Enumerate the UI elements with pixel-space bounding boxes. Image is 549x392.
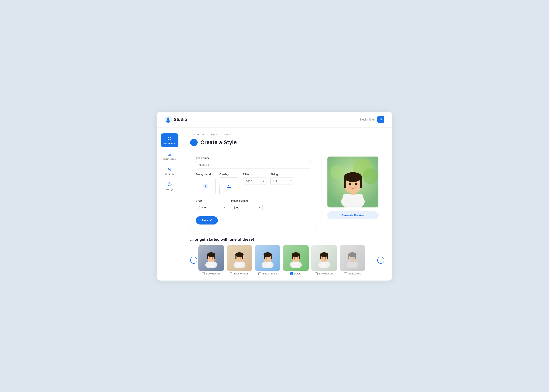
svg-rect-3 bbox=[168, 137, 169, 138]
svg-rect-17 bbox=[343, 194, 363, 205]
preset-label-4: Blue Gradient bbox=[319, 272, 333, 275]
svg-point-33 bbox=[212, 257, 213, 258]
svg-rect-30 bbox=[207, 254, 208, 259]
sidebar-item-label: Submissions bbox=[163, 158, 176, 160]
svg-rect-39 bbox=[235, 254, 236, 259]
svg-point-74 bbox=[348, 252, 356, 257]
settings-icon bbox=[167, 182, 172, 187]
filter-select[interactable]: none warm cool vintage bbox=[243, 177, 266, 185]
svg-point-42 bbox=[240, 257, 241, 258]
header: Studio Studio: Nike JE bbox=[157, 112, 392, 127]
svg-point-50 bbox=[266, 257, 267, 258]
preset-label-row-4: Blue Gradient bbox=[315, 272, 333, 275]
logo-icon bbox=[165, 116, 172, 123]
crop-select[interactable]: Circle Square Rectangle None bbox=[196, 204, 227, 211]
preset-label-1: Beige Gradient bbox=[234, 272, 249, 275]
sizing-label: Sizing bbox=[270, 173, 294, 176]
presets-section: ... or get started with one of these! ← bbox=[190, 237, 384, 275]
breadcrumb-separator: / bbox=[207, 133, 208, 136]
svg-point-10 bbox=[169, 184, 170, 185]
svg-rect-48 bbox=[264, 254, 265, 259]
sidebar-item-label: Dashboard bbox=[164, 142, 175, 145]
presets-row: ← bbox=[190, 245, 384, 275]
sizing-select-wrap: 1:1 4:3 16:9 3:4 ▼ bbox=[270, 177, 294, 185]
form-card: Style Name Background bbox=[190, 151, 317, 230]
svg-rect-31 bbox=[214, 254, 215, 259]
studio-label: Studio: Nike bbox=[360, 118, 375, 121]
sidebar-item-dashboard[interactable]: Dashboard bbox=[161, 133, 178, 147]
background-upload-box[interactable] bbox=[196, 177, 215, 195]
preset-item-3: Nature bbox=[283, 245, 309, 275]
generate-button-label: Generate Preview bbox=[341, 214, 364, 217]
image-format-select-wrap: jpeg png webp ▼ bbox=[231, 204, 263, 211]
svg-rect-66 bbox=[320, 254, 321, 259]
preset-checkbox-4[interactable] bbox=[315, 272, 318, 275]
preset-checkbox-1[interactable] bbox=[230, 272, 232, 275]
preset-label-2: Blue Gradient bbox=[262, 272, 277, 275]
form-row-bg-overlay: Background Overlay bbox=[196, 173, 311, 195]
preset-checkbox-2[interactable] bbox=[258, 272, 261, 275]
svg-rect-40 bbox=[242, 254, 243, 259]
generate-preview-button[interactable]: Generate Preview bbox=[327, 211, 379, 219]
preset-label-0: Blue Gradient bbox=[206, 272, 220, 275]
sidebar-item-label: Contacts bbox=[165, 173, 174, 175]
svg-point-51 bbox=[268, 257, 270, 258]
sizing-field: Sizing 1:1 4:3 16:9 3:4 ▼ bbox=[270, 173, 294, 195]
overlay-upload-box[interactable] bbox=[219, 177, 239, 195]
image-format-field: Image Format jpeg png webp ▼ bbox=[231, 199, 263, 211]
svg-rect-4 bbox=[170, 137, 171, 138]
preset-checkbox-5[interactable] bbox=[344, 272, 347, 275]
sidebar-item-contacts[interactable]: Contacts bbox=[161, 164, 178, 178]
svg-rect-58 bbox=[299, 254, 300, 259]
breadcrumb-item-create[interactable]: Create bbox=[224, 133, 232, 136]
presets-prev-button[interactable]: ← bbox=[190, 257, 197, 264]
filter-select-wrap: none warm cool vintage ▼ bbox=[243, 177, 266, 185]
background-label: Background bbox=[196, 173, 215, 176]
presets-next-button[interactable]: → bbox=[377, 257, 384, 264]
image-format-select[interactable]: jpeg png webp bbox=[231, 204, 263, 211]
sidebar-item-settings[interactable]: Settings bbox=[161, 179, 178, 193]
preset-label-row-2: Blue Gradient bbox=[258, 272, 277, 275]
preset-thumb-4 bbox=[311, 245, 337, 271]
preset-checkbox-3[interactable] bbox=[290, 272, 293, 275]
svg-rect-35 bbox=[236, 261, 242, 267]
page-title-row: Create a Style bbox=[190, 139, 384, 146]
crop-select-wrap: Circle Square Rectangle None ▼ bbox=[196, 204, 227, 211]
svg-rect-44 bbox=[265, 261, 271, 267]
svg-rect-57 bbox=[292, 254, 293, 259]
svg-point-14 bbox=[363, 168, 378, 184]
breadcrumb-item-styles[interactable]: Styles bbox=[211, 133, 217, 136]
svg-point-77 bbox=[350, 257, 352, 258]
dashboard-icon bbox=[167, 136, 172, 141]
svg-point-24 bbox=[355, 183, 357, 185]
preset-thumb-1 bbox=[227, 245, 252, 271]
sizing-select[interactable]: 1:1 4:3 16:9 3:4 bbox=[270, 177, 294, 185]
svg-rect-5 bbox=[168, 139, 169, 140]
avatar-badge[interactable]: JE bbox=[377, 116, 384, 123]
svg-rect-26 bbox=[208, 261, 214, 267]
preset-label-row-0: Blue Gradient bbox=[202, 272, 220, 275]
svg-rect-67 bbox=[327, 254, 328, 259]
svg-point-15 bbox=[330, 165, 344, 179]
form-section: Style Name Background bbox=[190, 151, 384, 230]
preset-item-0: Blue Gradient bbox=[199, 245, 224, 275]
preset-label-row-1: Beige Gradient bbox=[230, 272, 249, 275]
style-name-input[interactable] bbox=[196, 161, 311, 168]
preset-thumb-3 bbox=[283, 245, 309, 271]
svg-point-1 bbox=[167, 118, 169, 120]
submissions-icon bbox=[167, 151, 172, 156]
preset-checkbox-0[interactable] bbox=[202, 272, 205, 275]
svg-point-68 bbox=[322, 257, 323, 258]
preset-thumb-2 bbox=[255, 245, 280, 271]
filter-field: Filter none warm cool vintage ▼ bbox=[243, 173, 266, 195]
svg-point-23 bbox=[349, 183, 351, 185]
svg-rect-62 bbox=[321, 261, 327, 267]
breadcrumb-item-dashboard[interactable]: Dashboard bbox=[191, 133, 204, 136]
svg-point-41 bbox=[237, 257, 239, 258]
sidebar-item-submissions[interactable]: Submissions bbox=[161, 149, 178, 162]
svg-rect-71 bbox=[349, 261, 355, 267]
breadcrumb: Dashboard / Styles / Create bbox=[190, 133, 384, 136]
svg-point-20 bbox=[344, 172, 362, 182]
preview-card: Generate Preview bbox=[321, 151, 384, 230]
save-button[interactable]: Save ✓ bbox=[196, 216, 218, 224]
